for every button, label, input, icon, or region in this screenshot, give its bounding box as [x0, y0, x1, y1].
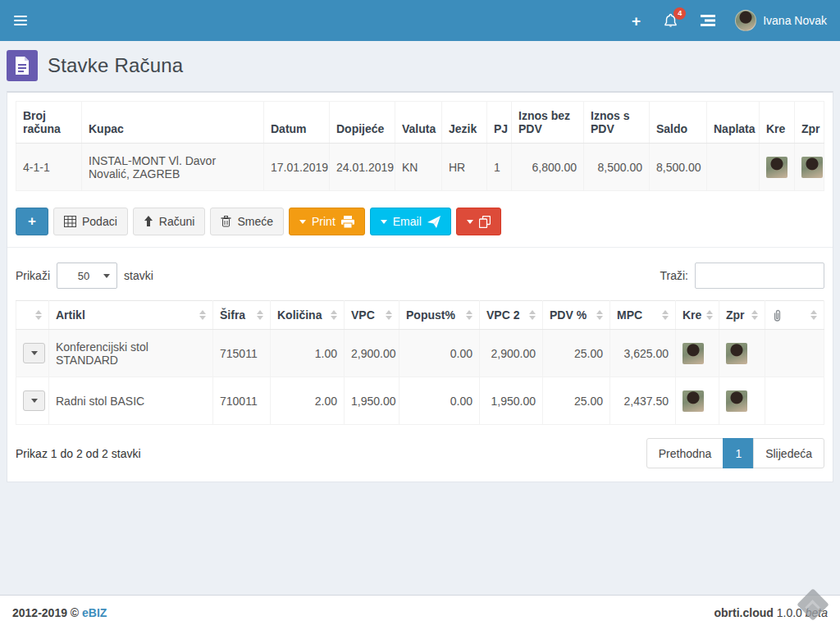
- content-box: Broj računa Kupac Datum Dopijeće Valuta …: [7, 91, 833, 482]
- col-broj-racuna: Broj računa: [16, 102, 82, 144]
- item-row: Radni stol BASIC 710011 2.00 1,950.00 0.…: [16, 377, 824, 425]
- col-pj: PJ: [487, 102, 512, 144]
- cell-iznos-s-pdv: 8,500.00: [584, 144, 650, 191]
- sort-icon: [529, 310, 536, 320]
- invoice-header-row: Broj računa Kupac Datum Dopijeće Valuta …: [16, 102, 824, 144]
- trash-icon: [221, 216, 231, 227]
- ebiz-link[interactable]: eBIZ: [82, 606, 107, 619]
- cell-naplata: [707, 144, 760, 191]
- table-controls: Prikaži 50 stavki Traži:: [16, 262, 824, 289]
- sort-icon: [199, 310, 206, 320]
- smece-button[interactable]: Smeće: [210, 208, 284, 235]
- cell-kre-avatar: [676, 330, 719, 377]
- pagination-previous[interactable]: Prethodna: [646, 438, 724, 468]
- email-button[interactable]: Email: [370, 208, 451, 235]
- page-length-value: 50: [78, 270, 89, 282]
- notification-badge: 4: [673, 7, 686, 20]
- sort-icon: [751, 310, 758, 320]
- sidebar-toggle-button[interactable]: [0, 0, 41, 41]
- add-item-button[interactable]: +: [16, 208, 48, 235]
- podaci-button[interactable]: Podaci: [53, 208, 128, 235]
- col-iznos-s-pdv: Iznos s PDV: [584, 102, 650, 144]
- cell-vpc: 1,950.00: [345, 377, 399, 425]
- row-expand-button[interactable]: [23, 390, 45, 411]
- col-dopijece: Dopijeće: [330, 102, 395, 144]
- col-sifra[interactable]: Šifra: [213, 301, 271, 330]
- creator-avatar: [682, 343, 704, 364]
- back-to-top-button[interactable]: [799, 591, 827, 619]
- sort-icon: [706, 310, 713, 320]
- notifications-button[interactable]: 4: [652, 0, 689, 41]
- cell-expand: [16, 377, 49, 425]
- cell-pj: 1: [487, 144, 512, 191]
- col-expand[interactable]: [16, 301, 49, 330]
- pagination-page-1[interactable]: 1: [723, 438, 754, 468]
- col-kre: Kre: [760, 102, 795, 144]
- col-zpr[interactable]: Zpr: [719, 301, 765, 330]
- items-header-row: Artikl Šifra Količina VPC Popust% VPC 2 …: [16, 301, 824, 330]
- cell-attachment: [765, 377, 824, 425]
- caret-down-icon: [299, 220, 306, 224]
- app-name: obrti.cloud: [714, 606, 774, 619]
- footer: 2012-2019 © eBIZ obrti.cloud 1.0.0 beta: [0, 595, 840, 630]
- page-header: Stavke Računa: [0, 41, 840, 91]
- navbar-right: + 4 Ivana Novak: [620, 0, 840, 41]
- cell-artikl: Radni stol BASIC: [49, 377, 213, 425]
- creator-avatar: [766, 157, 788, 178]
- cell-kre-avatar: [676, 377, 719, 425]
- invoice-document-icon: [7, 50, 38, 81]
- cell-kupac: INSTAL-MONT Vl. Davor Novalić, ZAGREB: [82, 144, 264, 191]
- user-menu[interactable]: Ivana Novak: [727, 10, 830, 31]
- sifra-label: Šifra: [220, 308, 245, 322]
- cell-pdv: 25.00: [543, 377, 610, 425]
- table-footer: Prikaz 1 do 2 od 2 stavki Prethodna 1 Sl…: [16, 438, 824, 468]
- sort-icon: [596, 310, 603, 320]
- col-attachment[interactable]: [765, 301, 824, 330]
- cell-artikl: Konferencijski stol STANDARD: [49, 330, 213, 377]
- col-jezik: Jezik: [442, 102, 487, 144]
- caret-down-icon: [467, 220, 473, 224]
- col-zpr: Zpr: [795, 102, 824, 144]
- cell-vpc2: 1,950.00: [480, 377, 543, 425]
- cell-datum: 17.01.2019: [264, 144, 330, 191]
- col-naplata: Naplata: [707, 102, 760, 144]
- col-kolicina[interactable]: Količina: [271, 301, 345, 330]
- search-input[interactable]: [695, 262, 824, 289]
- printer-icon: [341, 216, 354, 228]
- print-button[interactable]: Print: [289, 208, 365, 235]
- creator-avatar: [682, 390, 704, 412]
- cell-valuta: KN: [395, 144, 442, 191]
- cell-attachment: [765, 330, 824, 377]
- paperclip-icon: [772, 309, 783, 322]
- col-saldo: Saldo: [650, 102, 707, 144]
- copy-button[interactable]: [456, 208, 501, 235]
- col-pdv[interactable]: PDV %: [543, 301, 610, 330]
- page-length-select[interactable]: 50: [57, 262, 117, 289]
- cell-iznos-bez-pdv: 6,800.00: [512, 144, 584, 191]
- col-kre[interactable]: Kre: [676, 301, 719, 330]
- table-icon: [64, 216, 76, 227]
- cell-vpc2: 2,900.00: [480, 330, 543, 377]
- table-info: Prikaz 1 do 2 od 2 stavki: [16, 447, 141, 460]
- col-popust[interactable]: Popust%: [399, 301, 480, 330]
- cell-jezik: HR: [442, 144, 487, 191]
- invoice-summary-table: Broj računa Kupac Datum Dopijeće Valuta …: [16, 101, 824, 191]
- tasks-button[interactable]: [689, 0, 727, 41]
- cell-sifra: 715011: [213, 330, 271, 377]
- sort-icon: [35, 310, 42, 320]
- mpc-label: MPC: [617, 308, 642, 322]
- cell-sifra: 710011: [213, 377, 271, 425]
- col-mpc[interactable]: MPC: [610, 301, 676, 330]
- col-vpc2[interactable]: VPC 2: [480, 301, 543, 330]
- invoice-items-table: Artikl Šifra Količina VPC Popust% VPC 2 …: [16, 300, 824, 425]
- racuni-button[interactable]: Računi: [133, 208, 206, 235]
- page-title: Stavke Računa: [48, 54, 183, 77]
- col-artikl[interactable]: Artikl: [49, 301, 213, 330]
- cell-saldo: 8,500.00: [650, 144, 707, 191]
- row-expand-button[interactable]: [23, 343, 45, 363]
- sort-icon: [386, 310, 392, 320]
- divider: [7, 247, 833, 248]
- col-vpc[interactable]: VPC: [345, 301, 399, 330]
- add-new-button[interactable]: +: [620, 0, 652, 41]
- pagination-next[interactable]: Slijedeća: [753, 438, 824, 468]
